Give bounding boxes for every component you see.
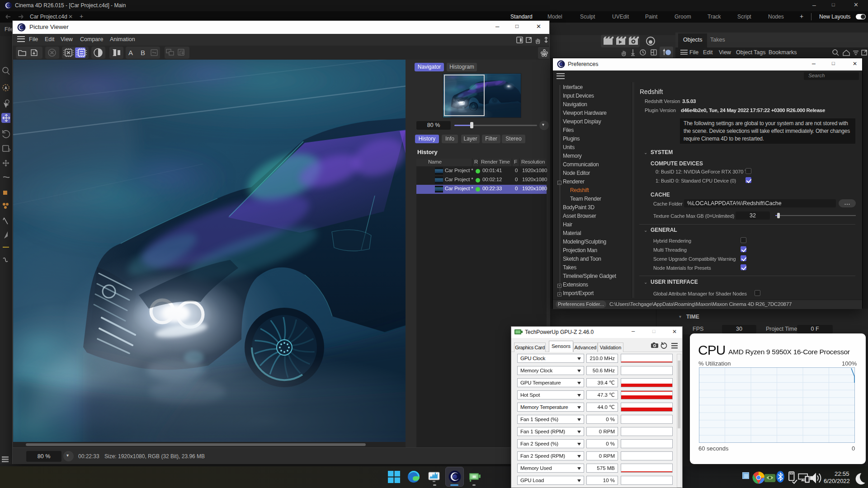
svg-text:A: A [128,49,133,56]
svg-text:B: B [141,49,145,56]
